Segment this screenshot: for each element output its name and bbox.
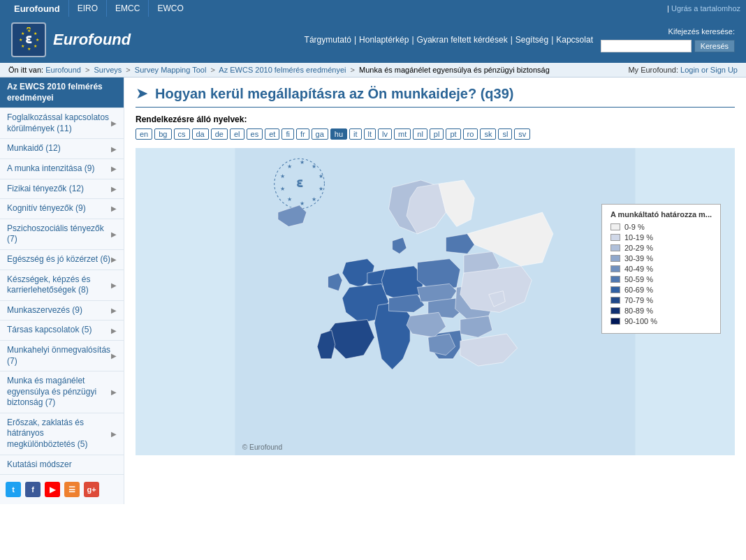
chevron-right-icon: ▶ <box>111 351 117 360</box>
svg-text:★: ★ <box>300 200 305 207</box>
chevron-right-icon: ▶ <box>111 204 117 213</box>
login-link[interactable]: Login or Sign Up <box>680 66 738 74</box>
legend-range-label: 90-100 % <box>624 317 657 325</box>
legend-color-swatch <box>610 223 620 230</box>
lang-btn-fr[interactable]: fr <box>296 128 309 140</box>
sidebar-item-6[interactable]: Egészség és jó közérzet (6) ▶ <box>0 250 124 270</box>
sidebar-item-11-label: Munka és magánélet egyensúlya és pénzügy… <box>7 376 111 408</box>
sidebar-item-8[interactable]: Munkaszervezés (9) ▶ <box>0 301 124 321</box>
legend-range-label: 50-59 % <box>624 275 653 283</box>
legend-title: A munkáltató határozza m... <box>610 210 712 219</box>
sidebar-item-1[interactable]: Munkaidő (12) ▶ <box>0 139 124 159</box>
svg-text:★: ★ <box>36 38 39 42</box>
skip-link[interactable]: Ugrás a tartalomhoz <box>671 4 740 13</box>
sidebar-item-3[interactable]: Fizikai tényezők (12) ▶ <box>0 179 124 200</box>
lang-btn-et[interactable]: et <box>265 128 279 140</box>
bc-surveys[interactable]: Surveys <box>94 66 122 74</box>
bc-ewcs[interactable]: Az EWCS 2010 felmérés eredményei <box>219 66 346 74</box>
lang-btn-sl[interactable]: sl <box>498 128 512 140</box>
lang-btn-cs[interactable]: cs <box>174 128 190 140</box>
legend-item: 30-39 % <box>610 254 712 263</box>
svg-text:★: ★ <box>319 173 323 179</box>
lang-btn-es[interactable]: es <box>247 128 263 140</box>
nav-emcc[interactable]: EMCC <box>106 0 148 17</box>
lang-btn-nl[interactable]: nl <box>413 128 427 140</box>
bc-survey-mapping-tool[interactable]: Survey Mapping Tool <box>135 66 207 74</box>
nav-segitseg[interactable]: Segítség <box>515 35 548 45</box>
legend-color-swatch <box>610 297 620 304</box>
svg-text:★: ★ <box>287 163 292 170</box>
sidebar-item-11[interactable]: Munka és magánélet egyensúlya és pénzügy… <box>0 371 124 413</box>
sidebar-item-10[interactable]: Munkahelyi önmegvalósítás (7) ▶ <box>0 341 124 371</box>
lang-btn-fi[interactable]: fi <box>281 128 294 140</box>
sidebar-item-5-label: Pszichoszociális tényezők (7) <box>7 223 111 245</box>
facebook-icon[interactable]: f <box>25 482 41 497</box>
nav-gyik[interactable]: Gyakran feltett kérdések <box>417 35 508 45</box>
legend-color-swatch <box>610 234 620 241</box>
sidebar-item-12[interactable]: Erőszak, zaklatás és hátrányos megkülönb… <box>0 413 124 455</box>
googleplus-icon[interactable]: g+ <box>84 482 99 497</box>
lang-btn-pt[interactable]: pt <box>446 128 460 140</box>
sidebar-item-ewcs-label: Az EWCS 2010 felmérés eredményei <box>7 82 117 103</box>
sidebar-item-13[interactable]: Kutatási módszer <box>0 455 124 476</box>
rss-icon[interactable]: ☰ <box>64 482 80 497</box>
lang-btn-pl[interactable]: pl <box>430 128 444 140</box>
lang-btn-mt[interactable]: mt <box>394 128 411 140</box>
nav-targ[interactable]: Tárgymutató <box>305 35 351 45</box>
sidebar-item-13-label: Kutatási módszer <box>7 459 72 471</box>
svg-text:★: ★ <box>300 159 305 165</box>
legend-color-swatch <box>610 244 620 251</box>
lang-btn-lv[interactable]: lv <box>378 128 392 140</box>
nav-ewco[interactable]: EWCO <box>148 0 191 17</box>
sidebar-item-7-label: Készségek, képzés és karrierlehetőségek … <box>7 274 111 296</box>
lang-btn-sv[interactable]: sv <box>514 128 530 140</box>
lang-btn-ro[interactable]: ro <box>463 128 478 140</box>
lang-btn-it[interactable]: it <box>349 128 362 140</box>
svg-text:★: ★ <box>312 196 316 202</box>
svg-text:★: ★ <box>280 173 285 179</box>
lang-btn-hu[interactable]: hu <box>330 128 347 140</box>
sidebar-item-7[interactable]: Készségek, képzés és karrierlehetőségek … <box>0 270 124 301</box>
youtube-icon[interactable]: ▶ <box>45 482 60 497</box>
nav-honlap[interactable]: Honlaptérkép <box>359 35 409 45</box>
sidebar-item-4-label: Kognitív tényezők (9) <box>7 203 86 214</box>
legend-item: 0-9 % <box>610 223 712 231</box>
legend-color-swatch <box>610 286 620 293</box>
svg-text:© Eurofound: © Eurofound <box>242 443 283 451</box>
lang-btn-da[interactable]: da <box>192 128 209 140</box>
chevron-right-icon: ▶ <box>111 119 117 128</box>
sidebar-item-2[interactable]: A munka intenzitása (9) ▶ <box>0 159 124 179</box>
search-button[interactable]: Keresés <box>694 40 735 52</box>
sidebar-item-0[interactable]: Foglalkozással kapcsolatos körülmények (… <box>0 108 124 139</box>
nav-eiro[interactable]: EIRO <box>68 0 106 17</box>
legend-color-swatch <box>610 307 620 314</box>
lang-btn-bg[interactable]: bg <box>154 128 171 140</box>
legend-range-label: 80-89 % <box>624 307 653 315</box>
lang-btn-en[interactable]: en <box>136 128 152 140</box>
lang-btn-ga[interactable]: ga <box>312 128 328 140</box>
lang-btn-el[interactable]: el <box>230 128 244 140</box>
lang-btn-sk[interactable]: sk <box>480 128 496 140</box>
search-input[interactable] <box>601 40 692 52</box>
brand-label[interactable]: Eurofound <box>6 0 68 17</box>
sidebar-item-5[interactable]: Pszichoszociális tényezők (7) ▶ <box>0 219 124 250</box>
sidebar-item-ewcs[interactable]: Az EWCS 2010 felmérés eredményei <box>0 78 124 108</box>
bc-eurofound[interactable]: Eurofound <box>45 66 81 74</box>
chevron-right-icon: ▶ <box>111 145 117 154</box>
svg-text:★: ★ <box>34 31 37 36</box>
lang-btn-de[interactable]: de <box>211 128 228 140</box>
chevron-right-icon: ▶ <box>111 281 117 290</box>
map-container: ɛ ★ ★ ★ ★ ★ ★ ★ ★ ★ ★ <box>136 148 735 455</box>
sidebar-item-1-label: Munkaidő (12) <box>7 143 61 154</box>
twitter-icon[interactable]: t <box>6 482 21 497</box>
legend-range-label: 60-69 % <box>624 286 653 294</box>
legend-item: 40-49 % <box>610 265 712 273</box>
sidebar-item-4[interactable]: Kognitív tényezők (9) ▶ <box>0 199 124 219</box>
legend-item: 10-19 % <box>610 233 712 242</box>
legend-color-swatch <box>610 276 620 283</box>
sidebar-item-9[interactable]: Társas kapcsolatok (5) ▶ <box>0 320 124 341</box>
lang-list: enbgcsdadeelesetfifrgahuitltlvmtnlplptro… <box>136 128 735 140</box>
nav-kapcsolat[interactable]: Kapcsolat <box>556 35 593 45</box>
lang-btn-lt[interactable]: lt <box>364 128 376 140</box>
sidebar-item-10-label: Munkahelyi önmegvalósítás (7) <box>7 345 111 367</box>
